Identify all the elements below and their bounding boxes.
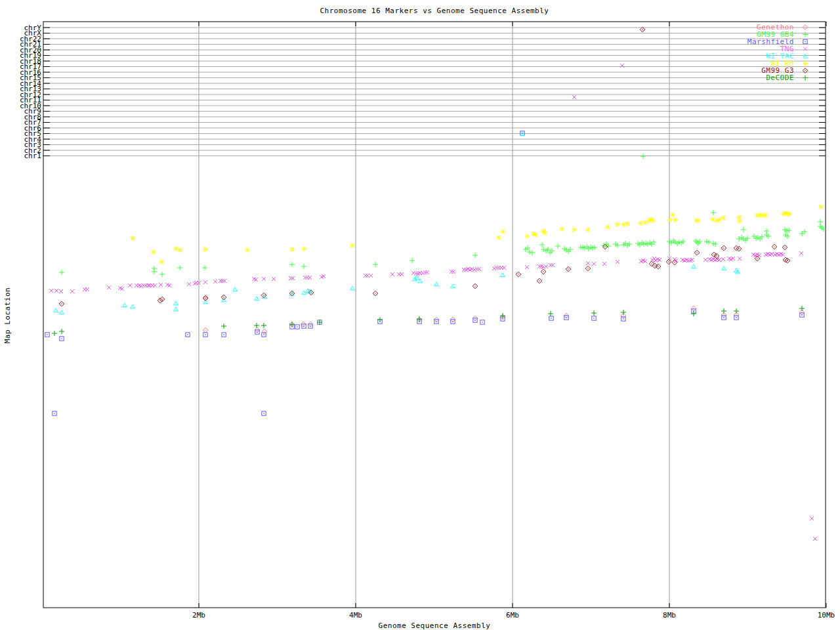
marker-gm99-g3 [734, 245, 739, 251]
marker-tng [472, 268, 476, 272]
marker-tng [704, 258, 707, 262]
marker-tng [369, 274, 373, 278]
marker-wi-rh [585, 227, 591, 232]
series-genethon [203, 296, 805, 334]
marker-wi-rh [572, 227, 577, 232]
legend: GenethonGM99 GB4MarshfieldTNGWI YACWI RH… [747, 24, 816, 81]
marker-tng [492, 266, 496, 270]
marker-decode [254, 323, 259, 328]
marker-gm99-gb4 [289, 262, 295, 267]
marker-tng [495, 266, 499, 270]
marker-marshfield [52, 411, 56, 415]
marker-gm99-gb4 [373, 262, 378, 267]
series-gm99-g3 [59, 27, 790, 306]
marker-tng [502, 266, 506, 270]
marker-marshfield [564, 316, 568, 320]
marker-tng [366, 274, 369, 278]
marker-tng [153, 284, 157, 287]
marker-decode [721, 308, 726, 314]
marker-tng [219, 279, 222, 283]
marker-tng [738, 257, 742, 261]
marker-wi-rh [524, 234, 530, 239]
marker-tng [450, 270, 453, 274]
marker-wi-rh [203, 247, 208, 252]
marker-tng [586, 261, 590, 265]
x-tick-label-10mb: 10Mb [813, 612, 839, 620]
marker-tng [810, 516, 814, 520]
marker-tng [414, 272, 418, 276]
marker-tng [572, 95, 576, 99]
marker-tng [721, 257, 725, 261]
marker-gm99-gb4 [301, 264, 306, 269]
marker-wi-rh [173, 246, 178, 251]
marker-tng [592, 262, 596, 266]
marker-marshfield [255, 330, 259, 334]
marker-gm99-gb4 [741, 227, 746, 232]
marker-wi-yac [434, 282, 439, 286]
marker-wi-rh [818, 204, 824, 209]
marker-gm99-gb4 [818, 219, 823, 224]
marker-wi-rh [710, 217, 715, 222]
marker-tng [54, 289, 58, 293]
marker-gm99-gb4 [152, 269, 157, 274]
marker-tng [49, 289, 53, 293]
marker-gm99-g3 [649, 261, 654, 266]
marker-tng [142, 284, 146, 287]
marker-tng [159, 283, 163, 287]
marker-wi-yac [692, 264, 696, 268]
marker-marshfield [45, 333, 49, 337]
marker-marshfield [222, 333, 226, 337]
marker-tng [411, 271, 415, 275]
marker-tng [128, 284, 132, 287]
marker-gm99-g3 [782, 245, 788, 250]
marker-tng [193, 282, 197, 285]
marker-wi-yac [54, 308, 58, 312]
marker-wi-yac [736, 270, 740, 274]
marker-tng [799, 251, 803, 255]
marker-genethon [203, 327, 208, 333]
marker-decode [52, 331, 57, 336]
marker-tng [537, 264, 541, 268]
chromosome-scatter-plot: Chromosome 16 Markers vs Genome Sequence… [0, 0, 840, 630]
marker-wi-rh [615, 222, 620, 227]
marker-tng [477, 267, 481, 271]
marker-tng [303, 276, 307, 280]
marker-gm99-gb4 [555, 243, 560, 249]
marker-marshfield [621, 317, 625, 321]
marker-wi-rh [650, 218, 656, 223]
marker-wi-yac [350, 286, 355, 290]
marker-tng [213, 280, 217, 284]
marker-wi-rh [289, 247, 295, 252]
marker-wi-rh [559, 226, 564, 232]
marker-tng [222, 279, 226, 283]
marker-gm99-gb4 [177, 265, 182, 270]
marker-tng [616, 260, 620, 264]
marker-decode [221, 324, 226, 329]
marker-gm99-gb4 [410, 258, 415, 263]
marker-tng [272, 277, 276, 281]
marker-tng [650, 258, 654, 262]
marker-marshfield [473, 318, 477, 322]
marker-genethon [691, 306, 696, 311]
marker-gm99-g3 [736, 246, 742, 251]
marker-wi-rh [500, 229, 505, 234]
marker-wi-rh [667, 217, 673, 222]
marker-wi-rh [533, 232, 538, 238]
marker-gm99-g3 [566, 266, 571, 272]
marker-tng [308, 276, 312, 280]
marker-marshfield [262, 411, 266, 415]
marker-wi-yac [174, 307, 178, 311]
marker-gm99-gb4 [539, 242, 545, 247]
marker-tng [452, 270, 455, 274]
marker-tng [544, 264, 548, 268]
marker-decode [799, 306, 805, 311]
marker-gm99-g3 [59, 301, 64, 306]
marker-gm99-g3 [585, 266, 591, 271]
marker-decode [734, 308, 739, 314]
marker-marshfield [480, 320, 484, 324]
legend-marker-icon [794, 45, 816, 52]
x-tick-label-2mb: 2Mb [186, 612, 212, 620]
marker-tng [70, 289, 74, 293]
marker-gm99-gb4 [202, 265, 207, 270]
marker-wi-rh [542, 230, 547, 236]
